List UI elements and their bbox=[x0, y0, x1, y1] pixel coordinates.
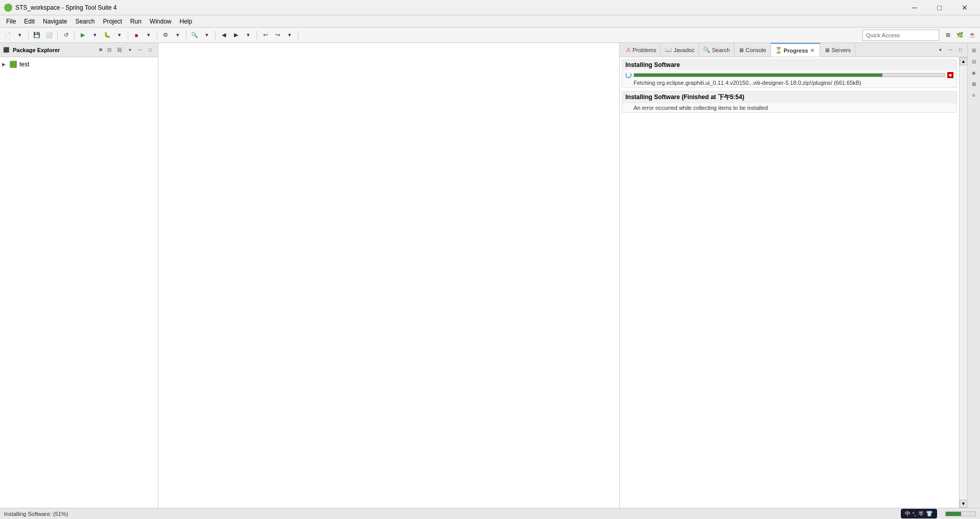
menu-run[interactable]: Run bbox=[126, 15, 146, 27]
package-explorer-icon: ⬛ bbox=[3, 47, 9, 53]
toolbar-ext-tools-btn[interactable]: ⚙ bbox=[160, 30, 171, 41]
progress-bar-track-1 bbox=[634, 73, 945, 77]
problems-icon: ⚠ bbox=[626, 46, 631, 53]
close-button[interactable]: ✕ bbox=[953, 1, 976, 15]
toolbar-save-all-btn[interactable]: ⬜ bbox=[43, 30, 55, 41]
toolbar-sep-1 bbox=[28, 31, 29, 40]
menu-search[interactable]: Search bbox=[71, 15, 99, 27]
toolbar-run-btn[interactable]: ▶ bbox=[77, 30, 88, 41]
tray-item-2[interactable]: °, bbox=[913, 511, 916, 517]
menu-navigate[interactable]: Navigate bbox=[39, 15, 71, 27]
search-icon: 🔍 bbox=[703, 46, 710, 53]
tree-item-test[interactable]: ▶ 🌿 test bbox=[0, 59, 158, 69]
tab-search[interactable]: 🔍 Search bbox=[699, 43, 734, 57]
toolbar-ext-tools-dropdown[interactable]: ▾ bbox=[172, 30, 183, 41]
app-icon bbox=[4, 4, 12, 12]
tab-console-label: Console bbox=[745, 47, 766, 53]
right-sidebar-btn-4[interactable]: ⊠ bbox=[969, 79, 979, 89]
toolbar: 📄 ▾ 💾 ⬜ ↺ ▶ ▾ 🐛 ▾ ■ ▾ ⚙ ▾ 🔍 ▾ ◀ ▶ ▾ ↩ ↪ … bbox=[0, 28, 980, 43]
toolbar-dropdown-1[interactable]: ▾ bbox=[14, 30, 26, 41]
package-explorer-close[interactable]: ✕ bbox=[99, 47, 103, 53]
tree-item-test-label: test bbox=[19, 61, 29, 68]
progress-panel-max[interactable]: □ bbox=[956, 45, 965, 55]
toolbar-undo-btn[interactable]: ↩ bbox=[260, 30, 271, 41]
toolbar-nav-dropdown[interactable]: ▾ bbox=[243, 30, 254, 41]
toolbar-history-dropdown[interactable]: ▾ bbox=[284, 30, 295, 41]
progress-icon: ⏳ bbox=[775, 47, 782, 54]
tab-javadoc[interactable]: 📖 Javadoc bbox=[661, 43, 699, 57]
right-sidebar-btn-3[interactable]: ◈ bbox=[969, 67, 979, 78]
progress-cancel-btn-1[interactable]: ■ bbox=[947, 72, 953, 78]
progress-panel-menu[interactable]: ▾ bbox=[936, 45, 945, 55]
project-icon: 🌿 bbox=[9, 60, 17, 68]
link-editor-btn[interactable]: ⛓ bbox=[115, 45, 124, 55]
toolbar-sep-5 bbox=[157, 31, 157, 40]
progress-bar-container-1: ■ bbox=[625, 72, 953, 78]
tray-item-1[interactable]: 中 bbox=[905, 510, 911, 517]
toolbar-refresh-btn[interactable]: ↺ bbox=[60, 30, 72, 41]
panel-menu-btn[interactable]: ▾ bbox=[125, 45, 134, 55]
maximize-button[interactable]: □ bbox=[928, 1, 951, 15]
scroll-up-btn[interactable]: ▲ bbox=[960, 57, 968, 65]
toolbar-prev-btn[interactable]: ◀ bbox=[218, 30, 229, 41]
window-controls: ─ □ ✕ bbox=[903, 1, 976, 15]
system-tray: 中 °, 半 👕 bbox=[901, 509, 937, 518]
panel-min-btn[interactable]: ─ bbox=[135, 45, 145, 55]
progress-item-1-text: Fetching org.eclipse.graphiti.ui_0.11.4.… bbox=[625, 79, 953, 86]
tab-console[interactable]: 🖥 Console bbox=[734, 43, 771, 57]
tab-progress[interactable]: ⏳ Progress ✕ bbox=[771, 43, 821, 57]
toolbar-stop-dropdown[interactable]: ▾ bbox=[143, 30, 154, 41]
toolbar-next-btn[interactable]: ▶ bbox=[230, 30, 242, 41]
tab-servers-label: Servers bbox=[831, 47, 851, 53]
quick-access-bar[interactable]: Quick Access bbox=[862, 30, 939, 41]
toolbar-search-btn[interactable]: 🔍 bbox=[189, 30, 200, 41]
tab-search-label: Search bbox=[712, 47, 730, 53]
toolbar-search-dropdown[interactable]: ▾ bbox=[201, 30, 213, 41]
toolbar-sep-6 bbox=[186, 31, 186, 40]
menu-edit[interactable]: Edit bbox=[20, 15, 39, 27]
menu-window[interactable]: Window bbox=[146, 15, 176, 27]
toolbar-open-perspective[interactable]: ⊞ bbox=[942, 30, 953, 41]
status-progress-fill bbox=[946, 512, 961, 516]
right-sidebar-btn-2[interactable]: ⊟ bbox=[969, 56, 979, 66]
progress-item-2-text: An error occurred while collecting items… bbox=[625, 104, 953, 111]
collapse-all-btn[interactable]: ⊟ bbox=[105, 45, 114, 55]
menu-file[interactable]: File bbox=[2, 15, 20, 27]
tab-progress-close[interactable]: ✕ bbox=[809, 48, 815, 54]
tab-problems[interactable]: ⚠ Problems bbox=[622, 43, 661, 57]
scroll-down-btn[interactable]: ▼ bbox=[960, 500, 968, 508]
title-bar: STS_workspace - Spring Tool Suite 4 ─ □ … bbox=[0, 0, 980, 15]
right-sidebar-btn-1[interactable]: ⊞ bbox=[969, 45, 979, 55]
toolbar-perspective-1[interactable]: 🌿 bbox=[954, 30, 966, 41]
progress-bar-fill-1 bbox=[634, 74, 882, 77]
progress-panel-min[interactable]: ─ bbox=[946, 45, 955, 55]
tab-servers[interactable]: 🖥 Servers bbox=[820, 43, 855, 57]
right-sidebar: ⊞ ⊟ ◈ ⊠ ≡ bbox=[967, 43, 980, 508]
menu-help[interactable]: Help bbox=[176, 15, 197, 27]
minimize-button[interactable]: ─ bbox=[903, 1, 926, 15]
tab-javadoc-label: Javadoc bbox=[673, 47, 694, 53]
toolbar-new-btn[interactable]: 📄 bbox=[2, 30, 13, 41]
toolbar-perspective-2[interactable]: ☕ bbox=[967, 30, 978, 41]
tray-item-3[interactable]: 半 bbox=[918, 510, 924, 517]
toolbar-stop-btn[interactable]: ■ bbox=[131, 30, 142, 41]
menu-project[interactable]: Project bbox=[99, 15, 126, 27]
toolbar-debug-btn[interactable]: 🐛 bbox=[102, 30, 113, 41]
tab-progress-label: Progress bbox=[784, 48, 808, 54]
toolbar-sep-3 bbox=[74, 31, 75, 40]
progress-item-1-body: ■ Fetching org.eclipse.graphiti.ui_0.11.… bbox=[622, 70, 956, 87]
panel-max-btn[interactable]: □ bbox=[146, 45, 155, 55]
scrollbar-area: ▲ ▼ bbox=[959, 57, 967, 508]
toolbar-sep-2 bbox=[57, 31, 58, 40]
status-bar: Installing Software: (51%) 中 °, 半 👕 bbox=[0, 508, 980, 519]
toolbar-debug-dropdown[interactable]: ▾ bbox=[114, 30, 125, 41]
tray-item-4[interactable]: 👕 bbox=[926, 510, 933, 517]
toolbar-run-dropdown[interactable]: ▾ bbox=[89, 30, 101, 41]
progress-item-2-body: An error occurred while collecting items… bbox=[622, 103, 956, 112]
progress-item-1-header: Installing Software bbox=[622, 60, 956, 70]
toolbar-redo-btn[interactable]: ↪ bbox=[272, 30, 283, 41]
package-explorer-controls: ⊟ ⛓ ▾ ─ □ bbox=[105, 45, 155, 55]
toolbar-save-btn[interactable]: 💾 bbox=[31, 30, 42, 41]
progress-item-1: Installing Software ■ Fetching org.eclip… bbox=[622, 59, 957, 88]
right-sidebar-btn-5[interactable]: ≡ bbox=[969, 90, 979, 100]
